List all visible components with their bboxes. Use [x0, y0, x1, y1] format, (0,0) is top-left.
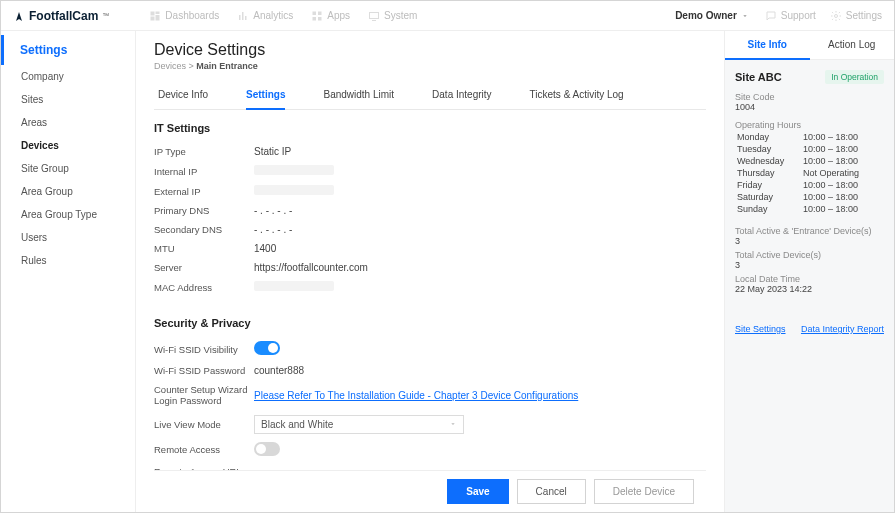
masked-value: [254, 185, 334, 195]
topbar: FootfallCam™ Dashboards Analytics Apps S…: [1, 1, 894, 31]
sidebar-item-devices[interactable]: Devices: [1, 134, 135, 157]
row-remote-url: Remote Access URL-: [154, 462, 706, 470]
nav-apps[interactable]: Apps: [311, 10, 350, 22]
tab-settings[interactable]: Settings: [246, 81, 285, 110]
system-icon: [368, 10, 380, 22]
sidebar-item-users[interactable]: Users: [1, 226, 135, 249]
status-badge: In Operation: [825, 70, 884, 84]
total-active-label: Total Active Device(s): [735, 250, 884, 260]
gear-icon: [830, 10, 842, 22]
breadcrumb: Devices > Main Entrance: [154, 61, 706, 71]
total-entrance-value: 3: [735, 236, 884, 246]
local-time-value: 22 May 2023 14:22: [735, 284, 884, 294]
panel-tab-action-log[interactable]: Action Log: [810, 31, 895, 59]
row-mac: MAC Address: [154, 277, 706, 297]
nav-analytics[interactable]: Analytics: [237, 10, 293, 22]
total-active-value: 3: [735, 260, 884, 270]
footer-actions: Save Cancel Delete Device: [154, 470, 706, 512]
tab-tickets[interactable]: Tickets & Activity Log: [530, 81, 624, 109]
apps-icon: [311, 10, 323, 22]
sidebar-item-company[interactable]: Company: [1, 65, 135, 88]
sidebar-item-areagrouptype[interactable]: Area Group Type: [1, 203, 135, 226]
security-heading: Security & Privacy: [154, 317, 706, 329]
tab-bandwidth[interactable]: Bandwidth Limit: [323, 81, 394, 109]
row-secondary-dns: Secondary DNS- . - . - . -: [154, 220, 706, 239]
wifi-visibility-toggle[interactable]: [254, 341, 280, 355]
brand-name: FootfallCam: [29, 9, 98, 23]
masked-value: [254, 281, 334, 291]
install-guide-link[interactable]: Please Refer To The Installation Guide -…: [254, 390, 578, 401]
remote-access-toggle[interactable]: [254, 442, 280, 456]
side-panel: Site Info Action Log Site ABC In Operati…: [724, 31, 894, 512]
row-external-ip: External IP: [154, 181, 706, 201]
local-time-label: Local Date Time: [735, 274, 884, 284]
topnav: Dashboards Analytics Apps System: [149, 10, 417, 22]
save-button[interactable]: Save: [447, 479, 508, 504]
nav-dashboards[interactable]: Dashboards: [149, 10, 219, 22]
row-ip-type: IP TypeStatic IP: [154, 142, 706, 161]
total-entrance-label: Total Active & 'Entrance' Device(s): [735, 226, 884, 236]
data-integrity-link[interactable]: Data Integrity Report: [801, 324, 884, 334]
page-title: Device Settings: [154, 41, 706, 59]
tab-device-info[interactable]: Device Info: [158, 81, 208, 109]
dashboard-icon: [149, 10, 161, 22]
masked-value: [254, 165, 334, 175]
sidebar-item-areagroup[interactable]: Area Group: [1, 180, 135, 203]
it-settings-heading: IT Settings: [154, 122, 706, 134]
support-link[interactable]: Support: [765, 10, 816, 22]
cancel-button[interactable]: Cancel: [517, 479, 586, 504]
svg-rect-1: [318, 11, 322, 15]
nav-system[interactable]: System: [368, 10, 417, 22]
row-wifi-visibility: Wi-Fi SSID Visibility: [154, 337, 706, 361]
sidebar-header[interactable]: Settings: [1, 35, 135, 65]
svg-rect-0: [313, 11, 317, 15]
chevron-down-icon: [449, 420, 457, 428]
row-live-view-mode: Live View Mode Black and White: [154, 411, 706, 438]
operating-hours: Monday10:00 – 18:00 Tuesday10:00 – 18:00…: [735, 130, 884, 216]
sidebar-item-rules[interactable]: Rules: [1, 249, 135, 272]
owner-menu[interactable]: Demo Owner: [675, 10, 749, 21]
svg-rect-3: [318, 17, 322, 21]
footfall-icon: [13, 10, 25, 22]
analytics-icon: [237, 10, 249, 22]
site-settings-link[interactable]: Site Settings: [735, 324, 786, 334]
sidebar-item-sites[interactable]: Sites: [1, 88, 135, 111]
row-server: Serverhttps://footfallcounter.com: [154, 258, 706, 277]
sidebar-item-areas[interactable]: Areas: [1, 111, 135, 134]
site-name: Site ABC: [735, 71, 782, 83]
row-setup-wizard-password: Counter Setup Wizard Login Password Plea…: [154, 380, 706, 411]
live-view-mode-select[interactable]: Black and White: [254, 415, 464, 434]
row-internal-ip: Internal IP: [154, 161, 706, 181]
svg-point-5: [834, 14, 837, 17]
chevron-down-icon: [741, 12, 749, 20]
panel-tab-site-info[interactable]: Site Info: [725, 31, 810, 60]
row-wifi-password: Wi-Fi SSID Passwordcounter888: [154, 361, 706, 380]
hours-label: Operating Hours: [735, 120, 884, 130]
chat-icon: [765, 10, 777, 22]
svg-rect-4: [370, 12, 379, 18]
sidebar: Settings Company Sites Areas Devices Sit…: [1, 31, 136, 512]
row-primary-dns: Primary DNS- . - . - . -: [154, 201, 706, 220]
row-mtu: MTU1400: [154, 239, 706, 258]
site-code-label: Site Code: [735, 92, 884, 102]
tab-integrity[interactable]: Data Integrity: [432, 81, 491, 109]
settings-link[interactable]: Settings: [830, 10, 882, 22]
brand-tm: ™: [102, 12, 109, 19]
crumb-current: Main Entrance: [196, 61, 258, 71]
svg-rect-2: [313, 17, 317, 21]
site-code-value: 1004: [735, 102, 884, 112]
tabs: Device Info Settings Bandwidth Limit Dat…: [154, 81, 706, 110]
brand-logo[interactable]: FootfallCam™: [13, 9, 109, 23]
row-remote-access: Remote Access: [154, 438, 706, 462]
delete-device-button[interactable]: Delete Device: [594, 479, 694, 504]
sidebar-item-sitegroup[interactable]: Site Group: [1, 157, 135, 180]
crumb-parent[interactable]: Devices: [154, 61, 186, 71]
